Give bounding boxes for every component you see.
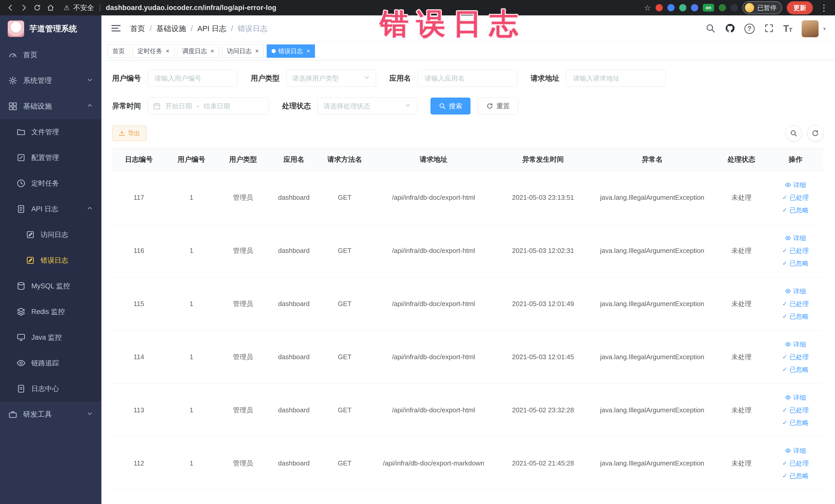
sidebar-item-mysql[interactable]: MySQL 监控 xyxy=(0,273,101,299)
cell-app: dashboard xyxy=(268,297,319,310)
sidebar-item-devtools[interactable]: 研发工具 xyxy=(0,402,101,427)
search-icon[interactable] xyxy=(705,23,716,35)
search-toggle-button[interactable] xyxy=(786,125,802,141)
user-type-select[interactable]: 请选择用户类型 xyxy=(286,70,376,87)
bookmark-star-icon[interactable]: ☆ xyxy=(644,3,651,12)
refresh-icon xyxy=(486,102,493,109)
select-placeholder: 请选择处理状态 xyxy=(323,102,370,110)
paused-extension-badge[interactable]: 已暂停 xyxy=(742,1,782,14)
cell-exception: java.lang.IllegalArgumentException xyxy=(589,191,715,204)
processed-link[interactable]: ✓已处理 xyxy=(782,193,809,202)
help-icon[interactable]: ? xyxy=(745,24,755,34)
cell-method: GET xyxy=(319,457,370,470)
sidebar-item-home[interactable]: 首页 xyxy=(0,42,101,68)
detail-link[interactable]: 详细 xyxy=(785,287,806,296)
detail-link[interactable]: 详细 xyxy=(785,181,806,189)
cell-user-id: 1 xyxy=(166,404,218,417)
reload-icon[interactable] xyxy=(31,2,43,14)
sidebar-item-redis[interactable]: Redis 监控 xyxy=(0,299,101,324)
sidebar-item-system[interactable]: 系统管理 xyxy=(0,68,101,94)
export-button[interactable]: 导出 xyxy=(112,125,147,141)
home-icon[interactable] xyxy=(45,2,57,14)
ignored-link[interactable]: ✓已忽略 xyxy=(782,419,809,427)
sidebar-item-label: 研发工具 xyxy=(23,409,52,419)
back-icon[interactable] xyxy=(5,2,16,14)
sidebar-item-file[interactable]: 文件管理 xyxy=(0,119,101,145)
tab-home[interactable]: 首页 xyxy=(107,44,130,58)
browser-menu-icon[interactable]: ⋮ xyxy=(817,3,830,13)
user-id-input[interactable] xyxy=(148,70,238,87)
github-icon[interactable] xyxy=(725,23,735,35)
detail-link[interactable]: 详细 xyxy=(785,234,806,242)
close-icon[interactable]: × xyxy=(166,48,169,54)
processed-link[interactable]: ✓已处理 xyxy=(782,353,809,361)
date-range-picker[interactable]: 开始日期 - 结束日期 xyxy=(148,98,269,115)
sidebar-item-job[interactable]: 定时任务 xyxy=(0,170,101,196)
cell-actions: 详细 ✓已处理 ✓已忽略 xyxy=(768,231,823,270)
extension-icon[interactable] xyxy=(656,4,663,11)
ignored-link[interactable]: ✓已忽略 xyxy=(782,259,809,267)
processed-link[interactable]: ✓已处理 xyxy=(782,246,809,255)
sidebar-item-java[interactable]: Java 监控 xyxy=(0,324,101,350)
extension-on-badge-icon[interactable]: on xyxy=(703,4,714,12)
extension-icon[interactable] xyxy=(719,4,726,11)
sidebar-item-log-center[interactable]: 日志中心 xyxy=(0,376,101,402)
processed-link[interactable]: ✓已处理 xyxy=(782,300,809,308)
breadcrumb-separator: / xyxy=(150,24,152,33)
sidebar-item-label: 定时任务 xyxy=(31,179,59,188)
extension-icon[interactable] xyxy=(679,4,686,11)
extension-icon[interactable] xyxy=(731,4,738,11)
hamburger-icon[interactable] xyxy=(110,23,121,35)
cell-time: 2021-05-02 23:32:28 xyxy=(497,404,589,417)
sidebar-item-access-log[interactable]: 访问日志 xyxy=(0,222,101,247)
avatar-caret-icon[interactable]: ▾ xyxy=(823,26,826,32)
search-button[interactable]: 搜索 xyxy=(430,98,470,115)
user-avatar[interactable] xyxy=(802,20,819,37)
refresh-button[interactable] xyxy=(807,125,823,141)
tab-access-log[interactable]: 访问日志 × xyxy=(222,44,264,58)
cell-time: 2021-05-03 23:13:51 xyxy=(497,191,589,204)
cell-user-type: 管理员 xyxy=(218,456,268,470)
breadcrumb-item[interactable]: API 日志 xyxy=(197,24,226,34)
cell-user-id: 1 xyxy=(166,297,218,310)
chevron-up-icon xyxy=(86,205,93,213)
tab-error-log[interactable]: 错误日志 × xyxy=(267,44,315,58)
ignored-link[interactable]: ✓已忽略 xyxy=(782,312,809,321)
breadcrumb-item[interactable]: 基础设施 xyxy=(156,24,186,34)
cell-url: /api/infra/db-doc/export-html xyxy=(370,191,497,204)
cell-app: dashboard xyxy=(268,191,319,204)
detail-link[interactable]: 详细 xyxy=(785,340,806,349)
browser-update-button[interactable]: 更新 xyxy=(787,1,813,14)
sidebar-item-error-log[interactable]: 错误日志 xyxy=(0,247,101,273)
sidebar-item-label: 配置管理 xyxy=(31,153,59,162)
column-header: 日志编号 xyxy=(112,148,166,171)
sidebar-item-trace[interactable]: 链路追踪 xyxy=(0,350,101,376)
font-size-icon[interactable]: TT xyxy=(783,24,792,33)
ignored-link[interactable]: ✓已忽略 xyxy=(782,365,809,374)
breadcrumb-item[interactable]: 首页 xyxy=(130,24,145,34)
sidebar-item-infra[interactable]: 基础设施 xyxy=(0,94,101,119)
forward-icon[interactable] xyxy=(18,2,30,14)
app-name-input[interactable] xyxy=(418,70,517,87)
fullscreen-icon[interactable] xyxy=(764,23,774,35)
extension-icon[interactable] xyxy=(667,4,675,11)
request-url-input[interactable] xyxy=(566,70,666,87)
sidebar-item-api-log[interactable]: API 日志 xyxy=(0,196,101,222)
ignored-link[interactable]: ✓已忽略 xyxy=(782,206,809,215)
detail-link[interactable]: 详细 xyxy=(785,394,806,402)
detail-link[interactable]: 详细 xyxy=(785,446,806,455)
close-icon[interactable]: × xyxy=(210,48,214,54)
sidebar-item-config[interactable]: 配置管理 xyxy=(0,145,101,170)
close-icon[interactable]: × xyxy=(306,48,310,54)
tab-job-log[interactable]: 调度日志 × xyxy=(177,44,219,58)
close-icon[interactable]: × xyxy=(255,48,259,54)
processed-link[interactable]: ✓已处理 xyxy=(782,406,809,415)
processed-link[interactable]: ✓已处理 xyxy=(782,459,809,467)
ignored-link[interactable]: ✓已忽略 xyxy=(782,472,809,480)
reset-button[interactable]: 重置 xyxy=(478,98,518,115)
extension-icon[interactable] xyxy=(691,4,698,11)
process-status-select[interactable]: 请选择处理状态 xyxy=(318,98,417,115)
app-logo[interactable]: 芋道管理系统 xyxy=(0,15,101,42)
address-bar[interactable]: ⚠ 不安全 dashboard.yudao.iocoder.cn/infra/l… xyxy=(58,3,637,12)
tab-job[interactable]: 定时任务 × xyxy=(133,44,174,58)
